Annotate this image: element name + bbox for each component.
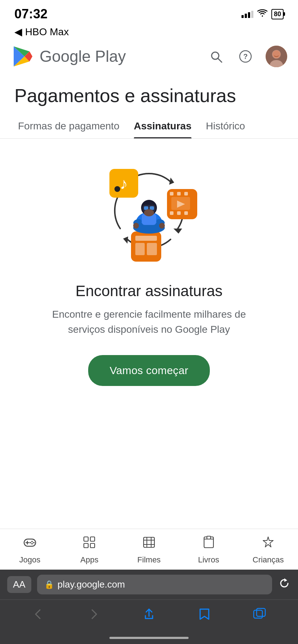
content-description: Encontre e gerencie facilmente milhares … bbox=[45, 307, 253, 337]
header-left: Google Play bbox=[11, 45, 126, 68]
subscriptions-illustration: ♪ bbox=[91, 153, 207, 268]
lock-icon: 🔒 bbox=[44, 580, 54, 589]
illustration-container: ♪ bbox=[91, 153, 207, 268]
share-button[interactable] bbox=[135, 605, 163, 627]
cta-button[interactable]: Vamos começar bbox=[88, 355, 210, 386]
svg-point-51 bbox=[33, 542, 35, 543]
tab-subscriptions[interactable]: Assinaturas bbox=[127, 114, 199, 138]
svg-text:♪: ♪ bbox=[120, 175, 128, 192]
status-icons: 80 bbox=[241, 9, 284, 19]
aa-button[interactable]: AA bbox=[7, 576, 31, 593]
google-play-logo bbox=[11, 45, 34, 68]
svg-point-42 bbox=[144, 209, 154, 216]
books-label: Livros bbox=[198, 555, 219, 565]
search-button[interactable] bbox=[207, 47, 225, 66]
avatar[interactable] bbox=[266, 46, 287, 67]
forward-button[interactable] bbox=[80, 605, 107, 627]
signal-icon bbox=[241, 10, 253, 18]
back-label[interactable]: ◀ HBO Max bbox=[14, 26, 69, 37]
page-title-section: Pagamentos e assinaturas bbox=[0, 74, 298, 114]
svg-rect-55 bbox=[90, 537, 95, 541]
browser-controls bbox=[0, 599, 298, 634]
svg-rect-25 bbox=[170, 211, 173, 215]
svg-point-45 bbox=[133, 223, 139, 229]
svg-point-19 bbox=[114, 186, 120, 192]
svg-marker-15 bbox=[123, 236, 128, 244]
status-time: 07:32 bbox=[14, 6, 48, 22]
svg-rect-58 bbox=[144, 537, 154, 547]
games-icon bbox=[23, 535, 37, 552]
apps-icon bbox=[82, 535, 96, 552]
svg-rect-23 bbox=[177, 192, 181, 196]
svg-rect-24 bbox=[184, 192, 188, 196]
browser-bar: AA 🔒 play.google.com bbox=[0, 570, 298, 599]
home-bar bbox=[109, 637, 189, 639]
nav-item-apps[interactable]: Apps bbox=[60, 535, 119, 565]
battery-level: 80 bbox=[274, 10, 281, 18]
header-icons: ? bbox=[207, 46, 287, 67]
svg-text:?: ? bbox=[243, 52, 248, 60]
nav-item-games[interactable]: Jogos bbox=[0, 535, 60, 565]
tabs-button[interactable] bbox=[246, 605, 273, 627]
content-area: ♪ bbox=[0, 139, 298, 529]
page-title: Pagamentos e assinaturas bbox=[14, 84, 284, 107]
reload-button[interactable] bbox=[278, 577, 291, 592]
header-title: Google Play bbox=[40, 47, 126, 65]
bottom-nav: Jogos Apps Filmes bbox=[0, 529, 298, 570]
books-icon bbox=[202, 535, 216, 552]
svg-point-52 bbox=[31, 543, 33, 544]
bookmarks-button[interactable] bbox=[191, 605, 218, 627]
svg-rect-69 bbox=[257, 608, 265, 616]
games-label: Jogos bbox=[19, 555, 40, 565]
svg-rect-56 bbox=[84, 543, 88, 548]
svg-rect-54 bbox=[84, 537, 88, 541]
content-heading: Encontrar assinaturas bbox=[76, 282, 223, 300]
back-nav[interactable]: ◀ HBO Max bbox=[0, 24, 298, 41]
svg-point-46 bbox=[159, 223, 165, 229]
svg-rect-65 bbox=[207, 536, 211, 539]
svg-rect-57 bbox=[90, 543, 95, 548]
url-bar[interactable]: 🔒 play.google.com bbox=[37, 575, 272, 594]
svg-marker-14 bbox=[173, 229, 182, 234]
svg-rect-27 bbox=[184, 211, 188, 215]
status-bar: 07:32 80 bbox=[0, 0, 298, 24]
svg-rect-32 bbox=[135, 236, 157, 241]
svg-point-12 bbox=[272, 50, 280, 58]
svg-marker-66 bbox=[263, 537, 273, 547]
apps-label: Apps bbox=[80, 555, 98, 565]
nav-item-movies[interactable]: Filmes bbox=[119, 535, 179, 565]
svg-rect-33 bbox=[135, 243, 145, 255]
app-header: Google Play ? bbox=[0, 41, 298, 74]
kids-label: Crianças bbox=[253, 555, 284, 565]
home-indicator bbox=[0, 634, 298, 644]
movies-label: Filmes bbox=[137, 555, 161, 565]
svg-point-53 bbox=[30, 542, 31, 543]
svg-rect-22 bbox=[170, 192, 173, 196]
svg-rect-34 bbox=[147, 243, 157, 255]
nav-item-books[interactable]: Livros bbox=[179, 535, 239, 565]
battery-icon: 80 bbox=[271, 9, 284, 19]
svg-point-50 bbox=[31, 541, 33, 542]
wifi-icon bbox=[257, 9, 268, 19]
tab-payment[interactable]: Formas de pagamento bbox=[11, 114, 127, 138]
back-button[interactable] bbox=[25, 605, 52, 627]
svg-line-5 bbox=[218, 59, 222, 62]
svg-marker-67 bbox=[284, 578, 287, 582]
nav-item-kids[interactable]: Crianças bbox=[238, 535, 298, 565]
help-button[interactable]: ? bbox=[236, 47, 255, 66]
url-text: play.google.com bbox=[58, 579, 125, 590]
svg-rect-68 bbox=[254, 610, 262, 618]
movies-icon bbox=[142, 535, 156, 552]
tabs-container: Formas de pagamento Assinaturas Históric… bbox=[0, 114, 298, 139]
kids-icon bbox=[261, 535, 275, 552]
svg-rect-26 bbox=[177, 211, 181, 215]
svg-marker-13 bbox=[169, 178, 174, 185]
tab-history[interactable]: Histórico bbox=[199, 114, 252, 138]
